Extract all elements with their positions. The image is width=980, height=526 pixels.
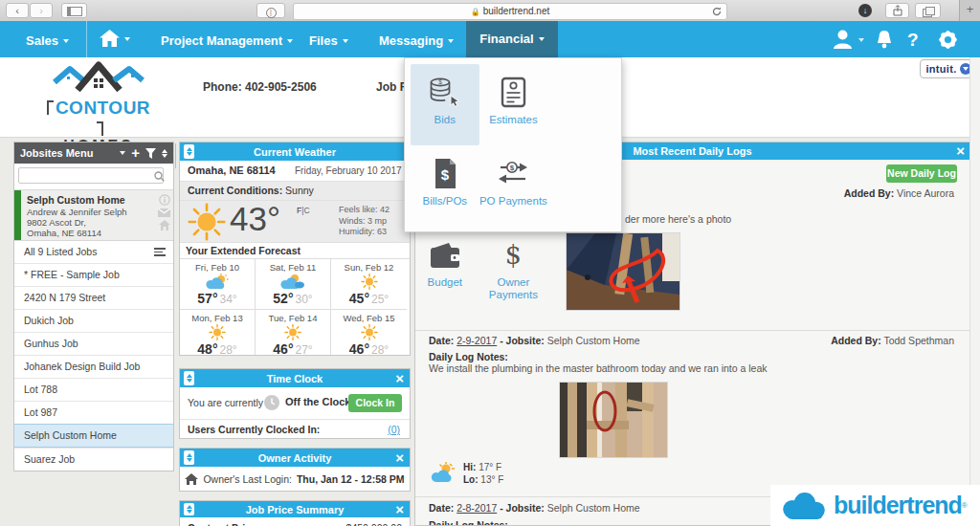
clocked-in-count-link[interactable]: (0) xyxy=(388,424,400,435)
close-icon[interactable]: × xyxy=(956,142,965,160)
question-icon: ? xyxy=(907,30,919,50)
refresh-icon[interactable] xyxy=(712,7,722,16)
house-icon[interactable] xyxy=(159,220,170,230)
menu-item-bills-pos[interactable]: $ Bills/POs xyxy=(411,145,479,227)
jobsites-menu-title: Jobsites Menu xyxy=(20,147,114,159)
browser-toolbar: ‹ › | 🔒buildertrend.net ↓ + xyxy=(0,0,980,22)
job-list-item[interactable]: Lot 987 xyxy=(14,401,173,424)
log-meta: Date: 2-8-2017 - Jobsite: Selph Custom H… xyxy=(429,502,640,514)
share-icon xyxy=(893,5,902,16)
downloads-button[interactable]: ↓ xyxy=(858,4,872,17)
wallet-icon xyxy=(429,241,461,269)
selected-job-card[interactable]: Selph Custom Home Andrew & Jennifer Selp… xyxy=(14,190,173,241)
page-scrollbar[interactable] xyxy=(969,57,980,526)
intuit-connect-button[interactable]: intuit. xyxy=(920,59,977,78)
help-button[interactable]: ? xyxy=(907,30,919,51)
nav-messaging[interactable]: Messaging xyxy=(379,33,454,48)
forward-button[interactable]: › xyxy=(30,3,53,18)
close-icon[interactable]: × xyxy=(395,369,404,387)
job-list-item[interactable]: Suarez Job xyxy=(14,448,173,471)
nav-financial-active[interactable]: Financial xyxy=(466,21,558,57)
dollar-page-icon: $ xyxy=(434,159,457,188)
chevron-down-icon xyxy=(63,39,69,43)
menu-item-po-payments[interactable]: $ PO Payments xyxy=(479,145,548,227)
job-list-item[interactable]: Lot 788 xyxy=(14,378,173,401)
drag-handle-icon[interactable] xyxy=(184,144,194,159)
menu-item-owner-payments[interactable]: $ Owner Payments xyxy=(479,227,548,308)
share-button[interactable] xyxy=(885,3,909,18)
house-icon xyxy=(185,473,198,485)
settings-button[interactable] xyxy=(938,30,958,54)
nav-home[interactable] xyxy=(100,30,130,51)
new-tab-button[interactable]: + xyxy=(959,0,980,21)
current-temp: 43° xyxy=(230,200,280,238)
time-clock-header[interactable]: Time Clock × xyxy=(180,369,410,387)
new-daily-log-button[interactable]: New Daily Log xyxy=(886,164,957,183)
search-icon xyxy=(154,171,165,182)
log-weather: Hi: 17° F Lo: 13° F xyxy=(431,462,503,486)
filter-icon[interactable] xyxy=(145,148,156,159)
menu-item-budget[interactable]: Budget xyxy=(411,227,479,308)
drag-handle-icon[interactable] xyxy=(184,503,194,515)
nav-divider xyxy=(86,21,87,57)
sort-icon[interactable] xyxy=(162,149,167,158)
forecast-cell: Sun, Feb 12 45°25° xyxy=(331,259,407,310)
unit-toggle[interactable]: F|C xyxy=(297,206,310,215)
clock-status: Off the Clock xyxy=(285,396,350,407)
selected-job-owner: Andrew & Jennifer Selph xyxy=(27,207,127,217)
job-list-item[interactable]: Gunhus Job xyxy=(14,332,173,355)
close-icon[interactable]: × xyxy=(395,449,404,467)
close-icon[interactable]: × xyxy=(395,501,404,517)
owner-last-login-row: Owner's Last Login: Thu, Jan 12 - 12:58 … xyxy=(180,467,410,492)
owner-activity-header[interactable]: Owner Activity × xyxy=(180,449,410,467)
drag-handle-icon[interactable] xyxy=(184,450,194,465)
info-icon[interactable] xyxy=(159,194,170,206)
job-list-item[interactable]: * FREE - Sample Job xyxy=(14,263,173,286)
log-date-link[interactable]: 2-9-2017 xyxy=(457,335,497,346)
bracket xyxy=(97,121,103,136)
chevron-down-icon xyxy=(124,37,130,41)
menu-item-estimates[interactable]: Estimates xyxy=(479,64,548,145)
jobsites-menu-header: Jobsites Menu + xyxy=(14,142,173,164)
weather-header[interactable]: Current Weather xyxy=(180,142,410,161)
nav-sales[interactable]: Sales xyxy=(26,33,69,48)
sunny-icon xyxy=(361,274,378,290)
log-date-link[interactable]: 2-8-2017 xyxy=(457,502,497,514)
privacy-button[interactable]: | xyxy=(256,3,285,18)
nav-project-management[interactable]: Project Management xyxy=(161,33,293,48)
partly-cloudy-icon xyxy=(280,274,305,290)
privacy-icon: | xyxy=(266,8,277,18)
notifications-button[interactable] xyxy=(876,31,893,53)
clock-in-button[interactable]: Clock In xyxy=(348,394,402,412)
mail-icon[interactable] xyxy=(158,208,170,217)
log-note-fragment: der more here's a photo xyxy=(625,213,731,225)
drag-handle-icon[interactable] xyxy=(184,371,194,385)
all-jobs-row[interactable]: All 9 Listed Jobs xyxy=(14,241,173,263)
nav-files[interactable]: Files xyxy=(309,33,348,48)
buildertrend-watermark: buildertrend® xyxy=(770,485,980,526)
address-bar[interactable]: 🔒buildertrend.net xyxy=(293,3,727,20)
chevron-down-icon[interactable] xyxy=(120,151,125,155)
sidebar-toggle-button[interactable] xyxy=(61,3,87,18)
company-phone: Phone: 402-905-2506 xyxy=(203,80,317,94)
tabs-button[interactable] xyxy=(915,3,941,18)
back-button[interactable]: ‹ xyxy=(6,3,29,18)
bell-icon xyxy=(876,31,893,49)
menu-item-bids[interactable]: $ Bids xyxy=(411,64,479,145)
jobsites-search-input[interactable] xyxy=(18,167,164,184)
forecast-grid: Fri, Feb 10 57°34° Sat, Feb 11 52°30° Su… xyxy=(180,258,410,356)
selected-job-bar xyxy=(14,190,21,240)
job-list-item-selected[interactable]: Selph Custom Home xyxy=(14,424,173,448)
log-photo[interactable] xyxy=(559,382,668,458)
add-job-icon[interactable]: + xyxy=(131,146,140,160)
job-price-header[interactable]: Job Price Summary × xyxy=(180,501,410,517)
clock-icon xyxy=(264,395,279,410)
added-by: Added By: Todd Spethman xyxy=(831,335,954,346)
cloud-icon xyxy=(778,491,830,521)
job-list-item[interactable]: Dukich Job xyxy=(14,309,173,332)
user-menu[interactable] xyxy=(832,30,864,53)
list-menu-icon[interactable] xyxy=(154,248,166,258)
contract-price-row: Contract Price $450,000.00 xyxy=(180,517,410,526)
job-list-item[interactable]: Johanek Design Build Job xyxy=(14,355,173,378)
job-list-item[interactable]: 2420 N 179 Street xyxy=(14,286,173,309)
